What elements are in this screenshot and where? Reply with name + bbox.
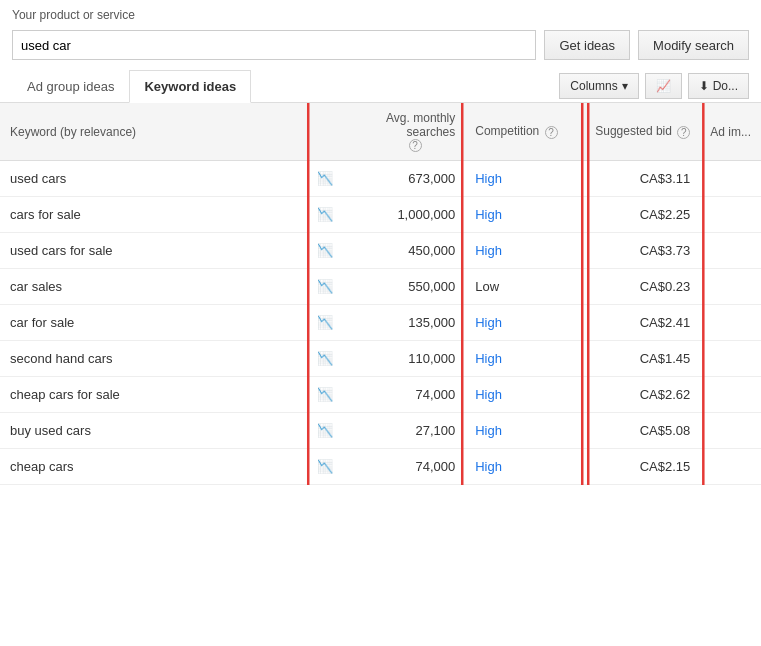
chart-icon: 📈 bbox=[656, 79, 671, 93]
adimpr-cell bbox=[700, 269, 761, 305]
competition-cell: High bbox=[465, 377, 585, 413]
table-row: second hand cars 📉 110,000 High CA$1.45 bbox=[0, 341, 761, 377]
product-label: Your product or service bbox=[0, 0, 761, 26]
searches-cell: 673,000 bbox=[345, 161, 465, 197]
keyword-cell: cheap cars for sale bbox=[0, 377, 305, 413]
trend-cell[interactable]: 📉 bbox=[305, 197, 345, 233]
search-input[interactable] bbox=[12, 30, 536, 60]
adimpr-cell bbox=[700, 341, 761, 377]
searches-cell: 27,100 bbox=[345, 413, 465, 449]
header-keyword: Keyword (by relevance) bbox=[0, 103, 305, 161]
columns-button[interactable]: Columns ▾ bbox=[559, 73, 638, 99]
bid-cell: CA$1.45 bbox=[585, 341, 700, 377]
competition-cell: Low bbox=[465, 269, 585, 305]
trend-cell[interactable]: 📉 bbox=[305, 449, 345, 485]
searches-cell: 135,000 bbox=[345, 305, 465, 341]
trend-icon: 📉 bbox=[317, 171, 333, 186]
bid-cell: CA$2.25 bbox=[585, 197, 700, 233]
trend-cell[interactable]: 📉 bbox=[305, 377, 345, 413]
keyword-cell: car sales bbox=[0, 269, 305, 305]
bid-cell: CA$3.11 bbox=[585, 161, 700, 197]
bid-cell: CA$3.73 bbox=[585, 233, 700, 269]
bid-cell: CA$5.08 bbox=[585, 413, 700, 449]
trend-icon: 📉 bbox=[317, 315, 333, 330]
adimpr-cell bbox=[700, 161, 761, 197]
competition-cell: High bbox=[465, 449, 585, 485]
adimpr-cell bbox=[700, 377, 761, 413]
chart-button[interactable]: 📈 bbox=[645, 73, 682, 99]
bid-cell: CA$2.62 bbox=[585, 377, 700, 413]
searches-cell: 74,000 bbox=[345, 449, 465, 485]
download-button[interactable]: ⬇ Do... bbox=[688, 73, 749, 99]
keyword-cell: used cars bbox=[0, 161, 305, 197]
bid-cell: CA$2.15 bbox=[585, 449, 700, 485]
tab-ad-group-ideas[interactable]: Ad group ideas bbox=[12, 70, 129, 103]
competition-cell: High bbox=[465, 305, 585, 341]
table-header-row: Keyword (by relevance) Avg. monthly sear… bbox=[0, 103, 761, 161]
trend-icon: 📉 bbox=[317, 243, 333, 258]
columns-label: Columns bbox=[570, 79, 617, 93]
table-row: cars for sale 📉 1,000,000 High CA$2.25 bbox=[0, 197, 761, 233]
trend-icon: 📉 bbox=[317, 279, 333, 294]
competition-cell: High bbox=[465, 197, 585, 233]
bid-cell: CA$0.23 bbox=[585, 269, 700, 305]
trend-cell[interactable]: 📉 bbox=[305, 305, 345, 341]
table-row: buy used cars 📉 27,100 High CA$5.08 bbox=[0, 413, 761, 449]
searches-cell: 74,000 bbox=[345, 377, 465, 413]
searches-help-icon[interactable]: ? bbox=[409, 139, 422, 152]
header-suggested-bid: Suggested bid ? bbox=[585, 103, 700, 161]
download-icon: ⬇ bbox=[699, 79, 709, 93]
table-row: used cars 📉 673,000 High CA$3.11 bbox=[0, 161, 761, 197]
table-row: cheap cars for sale 📉 74,000 High CA$2.6… bbox=[0, 377, 761, 413]
bid-help-icon[interactable]: ? bbox=[677, 126, 690, 139]
competition-cell: High bbox=[465, 161, 585, 197]
adimpr-cell bbox=[700, 197, 761, 233]
header-trend bbox=[305, 103, 345, 161]
competition-help-icon[interactable]: ? bbox=[545, 126, 558, 139]
adimpr-cell bbox=[700, 413, 761, 449]
adimpr-cell bbox=[700, 449, 761, 485]
competition-cell: High bbox=[465, 413, 585, 449]
keyword-cell: buy used cars bbox=[0, 413, 305, 449]
table-row: car for sale 📉 135,000 High CA$2.41 bbox=[0, 305, 761, 341]
download-label: Do... bbox=[713, 79, 738, 93]
chevron-down-icon: ▾ bbox=[622, 79, 628, 93]
keyword-cell: cheap cars bbox=[0, 449, 305, 485]
searches-cell: 550,000 bbox=[345, 269, 465, 305]
searches-cell: 450,000 bbox=[345, 233, 465, 269]
modify-search-button[interactable]: Modify search bbox=[638, 30, 749, 60]
keyword-cell: cars for sale bbox=[0, 197, 305, 233]
searches-cell: 110,000 bbox=[345, 341, 465, 377]
header-searches: Avg. monthly searches ? bbox=[345, 103, 465, 161]
adimpr-cell bbox=[700, 305, 761, 341]
trend-icon: 📉 bbox=[317, 459, 333, 474]
searches-cell: 1,000,000 bbox=[345, 197, 465, 233]
table-row: used cars for sale 📉 450,000 High CA$3.7… bbox=[0, 233, 761, 269]
trend-cell[interactable]: 📉 bbox=[305, 233, 345, 269]
keyword-cell: car for sale bbox=[0, 305, 305, 341]
trend-cell[interactable]: 📉 bbox=[305, 161, 345, 197]
keyword-cell: second hand cars bbox=[0, 341, 305, 377]
get-ideas-button[interactable]: Get ideas bbox=[544, 30, 630, 60]
competition-cell: High bbox=[465, 341, 585, 377]
table-row: cheap cars 📉 74,000 High CA$2.15 bbox=[0, 449, 761, 485]
tab-keyword-ideas[interactable]: Keyword ideas bbox=[129, 70, 251, 103]
trend-cell[interactable]: 📉 bbox=[305, 269, 345, 305]
competition-cell: High bbox=[465, 233, 585, 269]
trend-icon: 📉 bbox=[317, 387, 333, 402]
trend-icon: 📉 bbox=[317, 351, 333, 366]
trend-icon: 📉 bbox=[317, 423, 333, 438]
adimpr-cell bbox=[700, 233, 761, 269]
table-row: car sales 📉 550,000 Low CA$0.23 bbox=[0, 269, 761, 305]
trend-cell[interactable]: 📉 bbox=[305, 341, 345, 377]
trend-icon: 📉 bbox=[317, 207, 333, 222]
bid-cell: CA$2.41 bbox=[585, 305, 700, 341]
header-competition: Competition ? bbox=[465, 103, 585, 161]
header-ad-impr: Ad im... bbox=[700, 103, 761, 161]
keyword-cell: used cars for sale bbox=[0, 233, 305, 269]
trend-cell[interactable]: 📉 bbox=[305, 413, 345, 449]
